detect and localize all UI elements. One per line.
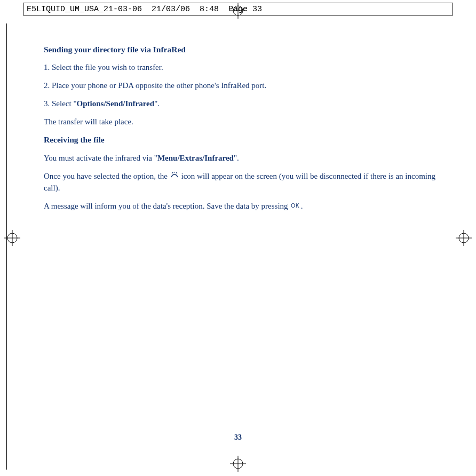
save-paragraph: A message will inform you of the data's … [44, 201, 448, 212]
receive-activate: You must activate the infrared via "Menu… [44, 153, 448, 164]
recv-suffix: ". [234, 154, 239, 162]
save-para-after: . [301, 202, 303, 210]
registration-mark-bottom-icon [230, 456, 246, 472]
registration-mark-right-icon [456, 230, 472, 246]
header-date: 21/03/06 [152, 5, 190, 14]
step-2-text: Place your phone or PDA opposite the oth… [52, 81, 266, 90]
save-para-before: A message will inform you of the data's … [44, 202, 290, 210]
after-steps: The transfer will take place. [44, 116, 448, 128]
heading-receiving: Receiving the file [44, 134, 448, 146]
icon-para-before: Once you have selected the option, the [44, 172, 170, 180]
step-3-bold: Options/Send/Infrared [77, 99, 155, 108]
registration-mark-top-icon [230, 3, 246, 21]
recv-prefix: You must activate the infrared via " [44, 154, 157, 162]
recv-bold: Menu/Extras/Infrared [157, 154, 234, 162]
step-2: 2. Place your phone or PDA opposite the … [44, 80, 448, 92]
step-1-text: Select the file you wish to transfer. [52, 63, 163, 72]
header-time: 8:48 [200, 5, 219, 14]
step-2-number: 2. [44, 81, 50, 90]
icon-paragraph: Once you have selected the option, the i… [44, 171, 448, 194]
step-3-suffix: ". [154, 99, 160, 108]
infrared-icon [171, 171, 178, 183]
step-3: 3. Select "Options/Send/Infrared". [44, 98, 448, 110]
ok-key-icon: OK [291, 202, 299, 210]
step-3-number: 3. [44, 99, 50, 108]
header-filename: E5LIQUID_UM_USA_21-03-06 [27, 5, 142, 14]
step-1: 1. Select the file you wish to transfer. [44, 62, 448, 74]
page-content: Sending your directory file via InfraRed… [44, 44, 448, 219]
step-3-prefix: Select " [52, 99, 77, 108]
registration-mark-left-icon [4, 230, 20, 246]
step-1-number: 1. [44, 63, 50, 72]
heading-sending: Sending your directory file via InfraRed [44, 44, 448, 55]
page-number: 33 [0, 433, 476, 442]
